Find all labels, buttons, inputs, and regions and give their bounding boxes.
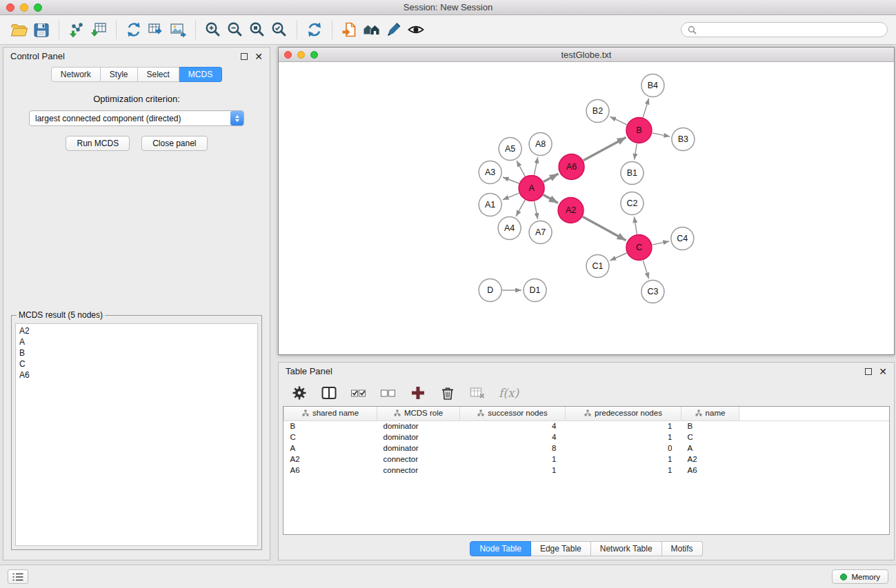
graph-node-A5[interactable]: A5 [499, 138, 521, 161]
zoom-window-button[interactable] [34, 3, 42, 12]
network-canvas[interactable]: B4B2BB3A5A8A6A3B1AC2A1A2A4A7C4CC1C3DD1 [279, 62, 894, 354]
table-cell[interactable]: A6 [284, 465, 377, 476]
column-header-MCDS-role[interactable]: MCDS role [377, 407, 460, 420]
table-row[interactable]: A2connector11A2 [284, 454, 890, 465]
result-item[interactable]: A [19, 336, 254, 347]
network-window-titlebar[interactable]: testGlobe.txt [279, 48, 894, 62]
result-item[interactable]: B [19, 347, 254, 358]
run-mcds-button[interactable]: Run MCDS [66, 136, 130, 151]
table-cell[interactable]: 0 [566, 443, 681, 454]
graph-edge-B-B4[interactable] [643, 99, 649, 118]
network-zoom-button[interactable] [310, 51, 318, 59]
network-graph[interactable]: B4B2BB3A5A8A6A3B1AC2A1A2A4A7C4CC1C3DD1 [279, 62, 894, 354]
graph-node-A7[interactable]: A7 [529, 221, 552, 244]
column-header-shared-name[interactable]: shared name [284, 407, 377, 420]
delete-table-button[interactable] [468, 383, 487, 403]
graph-edge-A-A7[interactable] [534, 201, 537, 219]
graph-node-C4[interactable]: C4 [671, 227, 694, 250]
delete-column-button[interactable] [438, 383, 457, 403]
graph-edge-C-C4[interactable] [652, 241, 669, 245]
tab-motifs[interactable]: Motifs [662, 541, 703, 556]
table-cell[interactable]: 1 [566, 432, 681, 443]
graph-edge-C-C1[interactable] [610, 253, 626, 261]
save-session-button[interactable] [30, 19, 52, 41]
table-cell[interactable]: B [284, 420, 377, 432]
table-cell[interactable]: 1 [460, 454, 566, 465]
welcome-screen-button[interactable] [361, 19, 383, 41]
task-history-button[interactable] [8, 569, 28, 584]
deselect-all-button[interactable] [379, 383, 398, 403]
optimization-dropdown[interactable]: largest connected component (directed) [29, 110, 244, 126]
graphics-details-button[interactable] [405, 19, 427, 41]
tab-node-table[interactable]: Node Table [470, 541, 531, 556]
graph-edge-A-A8[interactable] [534, 157, 537, 175]
graph-edge-A-A1[interactable] [503, 193, 519, 200]
graph-edge-A-A4[interactable] [516, 200, 525, 216]
graph-node-C[interactable]: C [626, 235, 652, 261]
graph-edge-C-C2[interactable] [634, 216, 637, 234]
graph-edge-A-A6[interactable] [544, 174, 559, 182]
table-row[interactable]: Cdominator41C [284, 432, 890, 443]
table-cell[interactable]: A2 [681, 454, 739, 465]
column-header-predecessor-nodes[interactable]: predecessor nodes [566, 407, 681, 420]
table-cell[interactable]: 4 [460, 420, 566, 432]
export-table-button[interactable] [145, 19, 167, 41]
graph-node-D1[interactable]: D1 [524, 279, 546, 302]
table-cell[interactable]: connector [377, 465, 460, 476]
first-neighbors-button[interactable] [339, 19, 361, 41]
search-input[interactable] [700, 25, 881, 34]
table-cell[interactable]: C [284, 432, 377, 443]
tab-network[interactable]: Network [51, 67, 101, 82]
table-cell[interactable]: 8 [460, 443, 566, 454]
search-box[interactable] [681, 22, 888, 37]
graph-node-B4[interactable]: B4 [641, 74, 664, 97]
table-cell[interactable]: dominator [377, 420, 460, 432]
column-header-name[interactable]: name [681, 407, 739, 420]
graph-edge-C-C3[interactable] [643, 261, 648, 279]
result-item[interactable]: A2 [19, 325, 254, 336]
zoom-out-button[interactable] [224, 19, 246, 41]
column-header-successor-nodes[interactable]: successor nodes [460, 407, 566, 420]
tab-network-table[interactable]: Network Table [591, 541, 662, 556]
graph-node-A2[interactable]: A2 [558, 198, 584, 223]
tab-edge-table[interactable]: Edge Table [531, 541, 591, 556]
table-cell[interactable]: A2 [284, 454, 377, 465]
graph-node-C3[interactable]: C3 [641, 281, 664, 303]
graph-node-B[interactable]: B [626, 118, 652, 143]
node-table-container[interactable]: shared nameMCDS rolesuccessor nodesprede… [283, 406, 890, 535]
select-all-button[interactable] [349, 383, 368, 403]
graph-node-D[interactable]: D [479, 279, 501, 302]
network-close-button[interactable] [284, 51, 292, 59]
apply-layout-button[interactable] [303, 19, 326, 41]
graph-node-B3[interactable]: B3 [672, 128, 695, 151]
zoom-in-button[interactable] [202, 19, 224, 41]
graph-edge-A-A2[interactable] [544, 195, 558, 203]
table-cell[interactable]: B [681, 420, 739, 432]
annotations-button[interactable] [383, 19, 405, 41]
table-cell[interactable]: 1 [566, 420, 681, 432]
tab-style[interactable]: Style [101, 67, 138, 82]
result-item[interactable]: C [19, 358, 254, 369]
table-cell[interactable]: connector [377, 454, 460, 465]
graph-node-A1[interactable]: A1 [479, 194, 501, 216]
table-cell[interactable]: dominator [377, 432, 460, 443]
memory-button[interactable]: Memory [832, 569, 888, 584]
table-cell[interactable]: 1 [460, 465, 566, 476]
network-minimize-button[interactable] [297, 51, 305, 59]
import-table-button[interactable] [88, 19, 110, 41]
minimize-window-button[interactable] [20, 3, 28, 12]
zoom-selected-button[interactable] [268, 19, 290, 41]
graph-edge-A6-B[interactable] [584, 137, 626, 161]
close-panel-icon[interactable]: ✕ [255, 53, 263, 60]
table-cell[interactable]: A [681, 443, 739, 454]
graph-node-A3[interactable]: A3 [479, 161, 501, 184]
graph-edge-B-B1[interactable] [635, 143, 637, 159]
float-table-panel-icon[interactable] [865, 368, 872, 375]
graph-edge-A-A5[interactable] [517, 161, 525, 176]
graph-node-C1[interactable]: C1 [586, 255, 609, 278]
show-columns-button[interactable] [319, 383, 339, 403]
table-row[interactable]: Adominator80A [284, 443, 890, 454]
table-cell[interactable]: A6 [681, 465, 739, 476]
result-item[interactable]: A6 [19, 369, 254, 381]
table-cell[interactable]: dominator [377, 443, 460, 454]
